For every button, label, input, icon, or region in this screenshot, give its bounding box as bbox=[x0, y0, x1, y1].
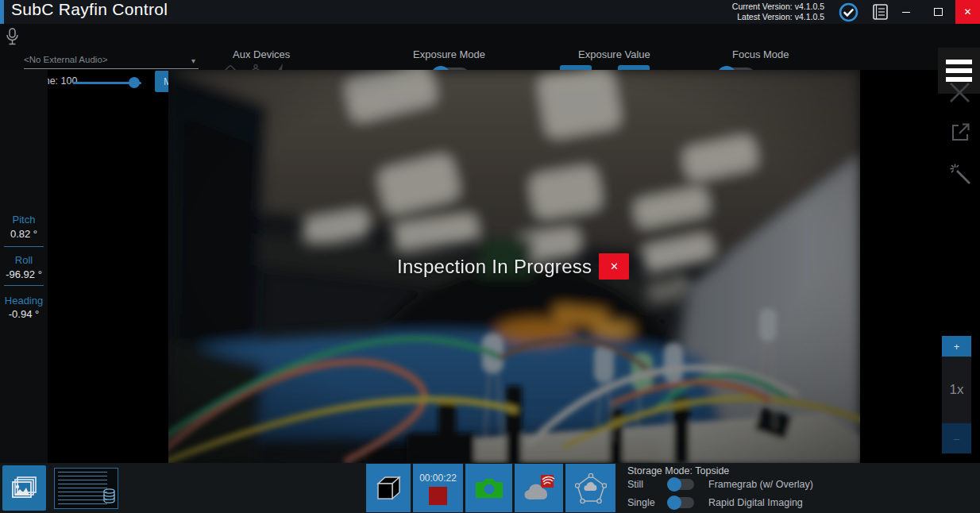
aux-devices-label: Aux Devices bbox=[233, 48, 290, 60]
single-mode-toggle[interactable] bbox=[669, 497, 694, 508]
single-label: Single bbox=[627, 497, 669, 508]
toggle-knob bbox=[667, 477, 681, 492]
heading-value: -0.94 ° bbox=[0, 308, 48, 320]
3d-model-button[interactable] bbox=[366, 464, 411, 512]
telemetry-sidebar bbox=[0, 70, 48, 463]
mic-volume-slider[interactable] bbox=[73, 77, 141, 88]
magic-wand-icon bbox=[950, 164, 971, 185]
stop-inspection-button[interactable]: ✕ bbox=[599, 253, 629, 280]
external-link-icon bbox=[951, 122, 970, 142]
zoom-out-button[interactable]: – bbox=[942, 423, 971, 453]
app-window: SubC Rayfin Control Current Version: v4.… bbox=[0, 0, 980, 513]
title-bar: SubC Rayfin Control Current Version: v4.… bbox=[0, 0, 980, 24]
app-title: SubC Rayfin Control bbox=[11, 0, 168, 19]
close-icon: ✕ bbox=[610, 260, 619, 272]
zoom-in-button[interactable]: + bbox=[942, 336, 971, 357]
cloud-signal-icon bbox=[523, 475, 555, 502]
inspection-overlay: Inspection In Progress ✕ bbox=[397, 253, 629, 280]
pitch-label: Pitch bbox=[0, 214, 48, 226]
still-mode-toggle[interactable] bbox=[669, 479, 694, 490]
inspection-status-text: Inspection In Progress bbox=[397, 256, 592, 278]
gallery-button[interactable] bbox=[2, 465, 46, 511]
log-book-icon[interactable] bbox=[872, 4, 889, 23]
zoom-control: + 1x – bbox=[942, 336, 971, 453]
telemetry-divider bbox=[4, 246, 44, 247]
control-bar: <No External Audio> ▾ Mic Volume: 100 Mu… bbox=[0, 24, 980, 70]
close-button[interactable]: ✕ bbox=[955, 0, 980, 24]
slider-knob[interactable] bbox=[129, 77, 140, 88]
capture-button-strip: 00:00:22 bbox=[366, 464, 615, 512]
exposure-value-label: Exposure Value bbox=[578, 48, 650, 60]
network-share-button[interactable] bbox=[565, 464, 615, 512]
close-x-icon bbox=[949, 82, 970, 103]
minimize-icon bbox=[902, 12, 910, 13]
audio-source-select[interactable]: <No External Audio> ▾ bbox=[24, 52, 199, 69]
network-pentagon-icon bbox=[575, 473, 607, 503]
current-version: Current Version: v4.1.0.5 bbox=[732, 2, 824, 12]
popout-view-button[interactable] bbox=[951, 122, 970, 145]
pitch-value: 0.82 ° bbox=[0, 228, 48, 240]
storage-mode-label: Storage Mode: Topside bbox=[627, 465, 729, 476]
audio-source-value: <No External Audio> bbox=[24, 55, 108, 64]
roll-label: Roll bbox=[0, 254, 48, 266]
maximize-button[interactable] bbox=[923, 0, 953, 24]
zoom-level: 1x bbox=[942, 357, 971, 423]
log-console-panel[interactable] bbox=[54, 468, 118, 509]
minimize-button[interactable] bbox=[891, 0, 921, 24]
still-label: Still bbox=[627, 479, 669, 490]
record-button[interactable]: 00:00:22 bbox=[413, 464, 463, 512]
still-option-label: Framegrab (w/ Overlay) bbox=[708, 479, 813, 490]
enhance-button[interactable] bbox=[950, 164, 971, 188]
telemetry-divider bbox=[4, 285, 44, 286]
single-mode-row: Single Rapid Digital Imaging bbox=[627, 497, 803, 508]
toggle-knob bbox=[667, 496, 681, 510]
maximize-icon bbox=[934, 8, 943, 16]
camera-icon bbox=[474, 477, 504, 499]
roll-value: -96.92 ° bbox=[0, 268, 48, 280]
cloud-upload-button[interactable] bbox=[515, 464, 563, 512]
version-info: Current Version: v4.1.0.5 Latest Version… bbox=[732, 2, 824, 22]
update-check-icon[interactable] bbox=[839, 2, 858, 25]
heading-label: Heading bbox=[0, 295, 48, 307]
microphone-icon bbox=[6, 28, 19, 49]
capture-still-button[interactable] bbox=[465, 464, 512, 512]
focus-mode-label: Focus Mode bbox=[732, 48, 789, 60]
title-accent-bar bbox=[0, 0, 4, 24]
close-view-button[interactable] bbox=[949, 82, 970, 106]
gallery-icon bbox=[11, 476, 38, 501]
cube-icon bbox=[374, 474, 403, 503]
bottom-bar: 00:00:22 bbox=[0, 463, 980, 513]
still-mode-row: Still Framegrab (w/ Overlay) bbox=[627, 479, 813, 490]
exposure-mode-label: Exposure Mode bbox=[413, 48, 485, 60]
hamburger-icon bbox=[946, 60, 972, 64]
recording-timer: 00:00:22 bbox=[419, 472, 457, 484]
log-lines bbox=[58, 472, 107, 505]
database-icon bbox=[102, 488, 116, 507]
close-icon: ✕ bbox=[963, 6, 971, 17]
dropdown-caret-icon: ▾ bbox=[191, 54, 195, 68]
latest-version: Latest Version: v4.1.0.5 bbox=[732, 12, 824, 22]
single-option-label: Rapid Digital Imaging bbox=[708, 497, 803, 508]
stop-record-icon bbox=[429, 487, 447, 505]
